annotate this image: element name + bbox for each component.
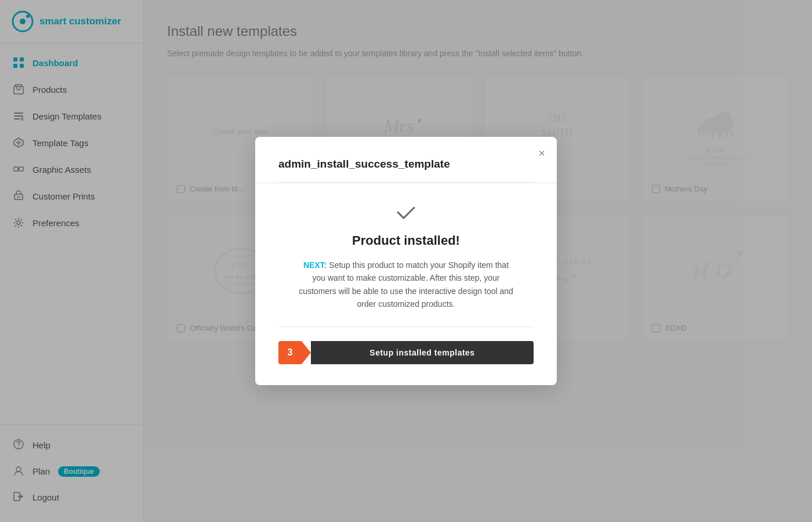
modal-next-text: NEXT: Setup this product to match your S…	[296, 259, 516, 311]
modal-body: Product installed! NEXT: Setup this prod…	[278, 183, 534, 365]
check-icon	[393, 200, 419, 225]
step-arrow-icon	[302, 341, 311, 364]
modal-title: admin_install_success_template	[278, 158, 534, 183]
main-content: Install new templates Select premade des…	[144, 0, 812, 522]
modal-divider	[278, 327, 534, 327]
next-body-text: Setup this product to match your Shopify…	[299, 260, 513, 309]
success-modal: × admin_install_success_template Product…	[255, 137, 557, 386]
next-label: NEXT:	[303, 260, 327, 270]
modal-overlay: × admin_install_success_template Product…	[144, 0, 812, 522]
setup-installed-templates-button[interactable]: Setup installed templates	[311, 341, 534, 364]
modal-footer: 3 Setup installed templates	[278, 341, 534, 364]
modal-close-button[interactable]: ×	[538, 147, 545, 159]
step-badge: 3	[278, 341, 302, 364]
product-installed-title: Product installed!	[352, 233, 460, 248]
